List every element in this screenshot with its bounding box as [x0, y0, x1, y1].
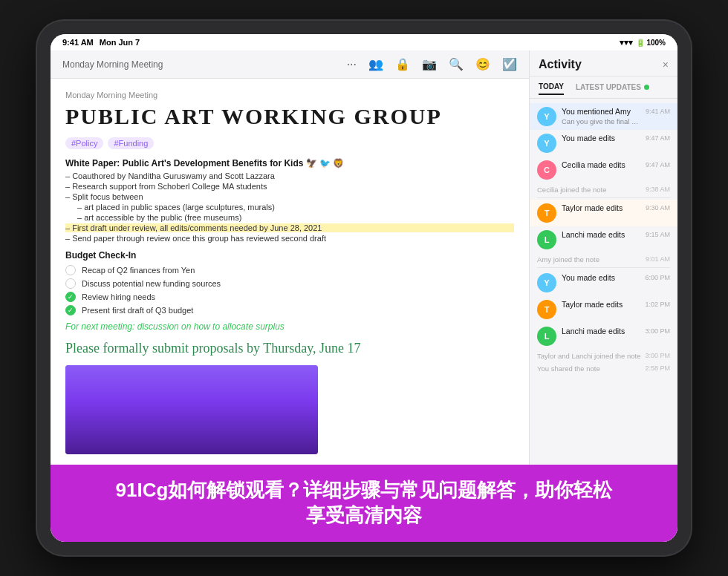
activity-item[interactable]: L Lanchi made edits 3:00 PM: [530, 323, 677, 350]
ipad-screen: 9:41 AM Mon Jun 7 ▾▾▾ 🔋 100% Monday Morn…: [51, 34, 677, 542]
status-time: 9:41 AM: [62, 38, 94, 47]
status-left: 9:41 AM Mon Jun 7: [62, 38, 140, 47]
tab-latest-updates[interactable]: LATEST UPDATES: [576, 79, 649, 95]
activity-title: Activity: [539, 58, 582, 71]
avatar-taylor-2: T: [537, 300, 556, 319]
authors-line: – Coauthored by Nanditha Guruswamy and S…: [65, 171, 514, 180]
activity-time-4: 9:30 AM: [646, 204, 670, 212]
note-image-person: [65, 365, 318, 454]
activity-header: Activity ×: [530, 50, 677, 76]
activity-divider-2: [537, 267, 670, 268]
activity-text-block-2: You made edits: [562, 134, 640, 144]
ipad-shell: 9:41 AM Mon Jun 7 ▾▾▾ 🔋 100% Monday Morn…: [37, 21, 691, 555]
avatar-you-2: Y: [537, 134, 556, 153]
checkbox-3[interactable]: ✓: [65, 292, 76, 302]
people-icon[interactable]: 👥: [368, 57, 383, 71]
checkbox-4[interactable]: ✓: [65, 305, 76, 315]
avatar-lanchi-1: L: [537, 230, 556, 249]
system-message-1: Cecilia joined the note 9:38 AM: [530, 183, 677, 196]
activity-main-text-2: You made edits: [562, 134, 640, 144]
checklist-item-1: Recap of Q2 finances from Yen: [65, 265, 514, 275]
toolbar-title: Monday Morning Meeting: [62, 59, 163, 70]
activity-text-block-6: You made edits: [562, 273, 640, 284]
avatar-you-3: Y: [537, 273, 556, 292]
emoji-icon[interactable]: 😊: [475, 57, 490, 71]
status-date: Mon Jun 7: [100, 38, 140, 47]
activity-tabs: TODAY LATEST UPDATES: [530, 76, 677, 99]
activity-text-block-8: Lanchi made edits: [562, 327, 640, 337]
activity-time-3: 9:47 AM: [646, 161, 670, 168]
activity-text-block-5: Lanchi made edits: [562, 230, 640, 240]
checklist-label-1: Recap of Q2 finances from Yen: [82, 266, 195, 275]
battery-indicator: 🔋 100%: [636, 39, 666, 47]
avatar-taylor: T: [537, 203, 556, 223]
system-message-3: Taylor and Lanchi joined the note 3:00 P…: [530, 350, 677, 362]
checkbox-1[interactable]: [65, 265, 76, 275]
checklist-label-4: Present first draft of Q3 budget: [82, 306, 193, 315]
focus-item-1: – art placed in public spaces (large scu…: [65, 203, 514, 212]
activity-close-button[interactable]: ×: [663, 59, 669, 71]
checklist-item-4: ✓ Present first draft of Q3 budget: [65, 305, 514, 315]
activity-item[interactable]: L Lanchi made edits 9:15 AM: [530, 226, 677, 253]
paper-note: – Send paper through review once this gr…: [65, 234, 514, 243]
note-title: PUBLIC ART WORKING GROUP: [65, 104, 514, 128]
activity-time-8: 3:00 PM: [645, 327, 670, 335]
overlay-line-1: 91ICg如何解锁观看？详细步骤与常见问题解答，助你轻松: [65, 478, 663, 503]
checkbox-2[interactable]: [65, 278, 76, 289]
toolbar: Monday Morning Meeting ··· 👥 🔒 📷 🔍 😊 ☑️: [51, 50, 529, 79]
checklist-label-2: Discuss potential new funding sources: [82, 279, 221, 288]
overlay-banner: 91ICg如何解锁观看？详细步骤与常见问题解答，助你轻松 享受高清内容: [51, 465, 677, 542]
green-note: For next meeting: discussion on how to a…: [65, 321, 514, 332]
checklist-icon[interactable]: ☑️: [502, 57, 517, 71]
activity-time-2: 9:47 AM: [646, 134, 670, 142]
checklist-item-3: ✓ Review hiring needs: [65, 292, 514, 302]
activity-main-text-6: You made edits: [562, 273, 640, 284]
activity-main-text-7: Taylor made edits: [562, 300, 640, 310]
draft-note: – First draft under review, all edits/co…: [65, 223, 514, 232]
activity-item[interactable]: Y You mentioned Amy Can you give the fin…: [530, 103, 677, 130]
activity-time-1: 9:41 AM: [646, 108, 670, 115]
dots-icon[interactable]: ···: [347, 58, 357, 71]
tag-policy: #Policy: [65, 137, 103, 149]
checklist-label-3: Review hiring needs: [82, 292, 155, 301]
activity-divider: [537, 197, 670, 198]
activity-text-block-3: Cecilia made edits: [562, 160, 640, 171]
tag-funding: #Funding: [108, 137, 154, 149]
note-image: [65, 365, 318, 454]
activity-item[interactable]: Y You made edits 9:47 AM: [530, 130, 677, 157]
activity-main-text-3: Cecilia made edits: [562, 160, 640, 171]
camera-icon[interactable]: 📷: [422, 57, 437, 71]
activity-item[interactable]: Y You made edits 6:00 PM: [530, 269, 677, 296]
budget-header: Budget Check-In: [65, 250, 514, 261]
focus-item-2: – art accessible by the public (free mus…: [65, 213, 514, 222]
note-meeting-label: Monday Morning Meeting: [65, 91, 514, 99]
status-bar: 9:41 AM Mon Jun 7 ▾▾▾ 🔋 100%: [51, 34, 677, 50]
submit-text: Please formally submit proposals by Thur…: [65, 341, 514, 356]
activity-item[interactable]: T Taylor made edits 9:30 AM: [530, 200, 677, 226]
white-paper-title: White Paper: Public Art's Development Be…: [65, 158, 514, 168]
activity-main-text-8: Lanchi made edits: [562, 327, 640, 337]
live-indicator: [644, 85, 649, 90]
activity-time-7: 1:02 PM: [645, 301, 670, 308]
toolbar-icons: ··· 👥 🔒 📷 🔍 😊 ☑️: [347, 57, 517, 71]
wifi-icon: ▾▾▾: [620, 38, 633, 48]
activity-item[interactable]: T Taylor made edits 1:02 PM: [530, 296, 677, 323]
system-message-2: Amy joined the note 9:01 AM: [530, 253, 677, 266]
activity-time-5: 9:15 AM: [646, 231, 670, 238]
activity-main-text-4: Taylor made edits: [562, 203, 640, 214]
avatar-you-1: Y: [537, 107, 556, 126]
status-right: ▾▾▾ 🔋 100%: [620, 38, 666, 48]
avatar-lanchi-2: L: [537, 327, 556, 346]
system-message-4: You shared the note 2:58 PM: [530, 362, 677, 375]
tags-container: #Policy #Funding: [65, 137, 514, 149]
activity-text-block-4: Taylor made edits: [562, 203, 640, 214]
avatar-cecilia: C: [537, 160, 556, 180]
scan-icon[interactable]: 🔍: [449, 57, 464, 71]
activity-main-text-5: Lanchi made edits: [562, 230, 640, 240]
activity-sub-text-1: Can you give the final up-dates? @Amy?: [562, 117, 640, 126]
focus-line: – Split focus between: [65, 192, 514, 201]
lock-icon[interactable]: 🔒: [395, 57, 410, 71]
activity-item[interactable]: C Cecilia made edits 9:47 AM: [530, 157, 677, 183]
checklist-item-2: Discuss potential new funding sources: [65, 278, 514, 289]
tab-today[interactable]: TODAY: [539, 79, 564, 95]
